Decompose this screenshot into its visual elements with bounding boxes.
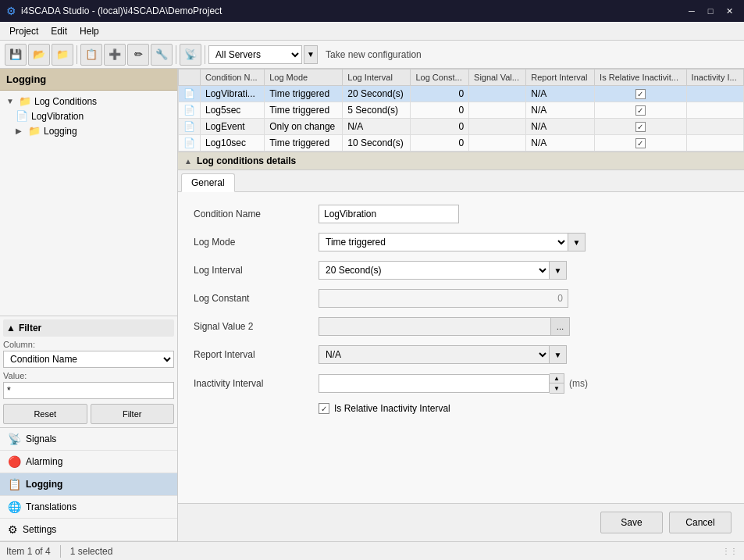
save-button[interactable]: Save <box>600 512 663 533</box>
report-interval-select[interactable]: N/A <box>319 345 550 364</box>
app-title: i4SCADA Studio - (local)\i4SCADA\DemoPro… <box>21 5 222 16</box>
toolbar-separator-3 <box>205 45 205 64</box>
filter-value-input[interactable]: * <box>3 382 174 399</box>
table-container: Condition N... Log Mode Log Interval Log… <box>178 69 744 152</box>
server-select[interactable]: All Servers <box>208 45 302 64</box>
server-dropdown-btn[interactable]: ▼ <box>304 45 318 64</box>
form-row-log-mode: Log Mode Time triggered Only on change C… <box>194 233 728 251</box>
tree-item-logging[interactable]: ▶ 📁 Logging <box>3 123 174 138</box>
col-header-inactivity[interactable]: Inactivity I... <box>686 70 743 86</box>
col-header-log-const[interactable]: Log Const... <box>411 70 469 86</box>
nav-item-translations[interactable]: 🌐 Translations <box>0 496 177 519</box>
cell-log-interval: N/A <box>343 119 411 135</box>
menu-project[interactable]: Project <box>3 24 44 38</box>
condition-name-input[interactable] <box>319 205 459 223</box>
menu-help[interactable]: Help <box>73 24 105 38</box>
table-header-row: Condition N... Log Mode Log Interval Log… <box>179 70 744 86</box>
col-header-report-interval[interactable]: Report Interval <box>526 70 595 86</box>
col-header-log-interval[interactable]: Log Interval <box>343 70 411 86</box>
signal-value-label: Signal Value 2 <box>194 321 319 332</box>
status-selected-count: 1 selected <box>70 546 113 557</box>
filter-column-row: Column: Condition Name <box>3 340 174 368</box>
translations-icon: 🌐 <box>8 501 21 513</box>
row-doc-icon: 📄 <box>183 88 195 99</box>
config-label: Take new configuration <box>319 49 428 60</box>
toolbar-btn-3[interactable]: 📁 <box>52 44 73 66</box>
filter-value-row: Value: * <box>3 371 174 399</box>
row-doc-icon: 📄 <box>183 121 195 132</box>
nav-item-settings[interactable]: ⚙ Settings <box>0 519 177 541</box>
col-header-condition-name[interactable]: Condition N... <box>201 70 265 86</box>
form-body: Condition Name Log Mode Time triggered O… <box>178 192 744 436</box>
col-header-log-mode[interactable]: Log Mode <box>265 70 343 86</box>
col-header-signal-val[interactable]: Signal Val... <box>469 70 526 86</box>
is-relative-checkbox[interactable] <box>319 403 329 414</box>
log-interval-dropdown-btn[interactable]: ▼ <box>550 261 567 280</box>
row-doc-icon: 📄 <box>183 105 195 116</box>
table-row[interactable]: 📄 Log10sec Time triggered 10 Second(s) 0… <box>179 135 744 152</box>
details-collapse-icon[interactable]: ▲ <box>184 157 192 166</box>
sidebar-header: Logging <box>0 69 177 91</box>
nav-item-signals[interactable]: 📡 Signals <box>0 428 177 451</box>
details-panel: ▲ Log conditions details General Conditi… <box>178 152 744 503</box>
nav-item-alarming[interactable]: 🔴 Alarming <box>0 451 177 473</box>
log-interval-control: 20 Second(s) 5 Second(s) 10 Second(s) ▼ <box>319 261 728 280</box>
report-interval-label: Report Interval <box>194 349 319 360</box>
signal-value-input[interactable] <box>319 317 551 336</box>
log-interval-select[interactable]: 20 Second(s) 5 Second(s) 10 Second(s) <box>319 261 550 280</box>
tree-item-sub[interactable]: 📄 LogVibration <box>3 109 174 123</box>
close-button[interactable]: ✕ <box>721 4 738 18</box>
inactivity-interval-input[interactable] <box>319 374 550 393</box>
cell-signal-val <box>469 86 526 102</box>
table-row[interactable]: 📄 LogEvent Only on change N/A 0 N/A <box>179 119 744 135</box>
relative-checkbox-cell <box>635 105 646 116</box>
toolbar-btn-6[interactable]: ✏ <box>127 44 149 66</box>
filter-header[interactable]: ▲ Filter <box>3 319 174 337</box>
log-constant-input[interactable] <box>319 289 568 308</box>
minimize-button[interactable]: ─ <box>683 4 700 18</box>
cell-icon: 📄 <box>179 86 201 102</box>
details-footer: Save Cancel <box>178 503 744 541</box>
relative-checkbox-cell <box>635 122 646 132</box>
form-row-condition-name: Condition Name <box>194 205 728 223</box>
table-row[interactable]: 📄 Log5sec Time triggered 5 Second(s) 0 N… <box>179 102 744 119</box>
content-area: Condition N... Log Mode Log Interval Log… <box>178 69 744 541</box>
reset-button[interactable]: Reset <box>3 404 87 424</box>
form-row-is-relative: Is Relative Inactivity Interval <box>194 403 728 414</box>
tab-general[interactable]: General <box>181 173 235 192</box>
log-interval-label: Log Interval <box>194 265 319 276</box>
inactivity-up-btn[interactable]: ▲ <box>550 374 564 383</box>
filter-column-select[interactable]: Condition Name <box>3 351 174 368</box>
cell-log-mode: Time triggered <box>265 102 343 119</box>
col-header-is-relative[interactable]: Is Relative Inactivit... <box>595 70 687 86</box>
filter-button[interactable]: Filter <box>91 404 175 424</box>
cell-is-relative <box>595 119 687 135</box>
report-interval-dropdown-btn[interactable]: ▼ <box>550 345 567 364</box>
cell-icon: 📄 <box>179 119 201 135</box>
inactivity-down-btn[interactable]: ▼ <box>550 383 564 393</box>
cell-report-interval: N/A <box>526 102 595 119</box>
log-mode-select[interactable]: Time triggered Only on change Cyclic <box>319 233 568 251</box>
log-mode-dropdown-btn[interactable]: ▼ <box>568 233 586 251</box>
cell-is-relative <box>595 86 687 102</box>
table-row[interactable]: 📄 LogVibrati... Time triggered 20 Second… <box>179 86 744 102</box>
menu-edit[interactable]: Edit <box>44 24 73 38</box>
cell-is-relative <box>595 102 687 119</box>
maximize-button[interactable]: □ <box>702 4 719 18</box>
toolbar-btn-2[interactable]: 📂 <box>28 44 50 66</box>
cancel-button[interactable]: Cancel <box>669 512 732 533</box>
cell-icon: 📄 <box>179 102 201 119</box>
toolbar-btn-7[interactable]: 🔧 <box>151 44 173 66</box>
nav-label-alarming: Alarming <box>26 456 62 467</box>
toolbar-btn-5[interactable]: ➕ <box>104 44 126 66</box>
details-header: ▲ Log conditions details <box>178 152 744 170</box>
toolbar-btn-4[interactable]: 📋 <box>80 44 102 66</box>
signal-value-browse-btn[interactable]: … <box>551 317 570 336</box>
file-icon: 📄 <box>16 110 28 122</box>
tree-item-log-conditions[interactable]: ▼ 📁 Log Conditions <box>3 94 174 109</box>
nav-item-logging[interactable]: 📋 Logging <box>0 473 177 496</box>
nav-items: 📡 Signals 🔴 Alarming 📋 Logging 🌐 Transla… <box>0 427 177 541</box>
toolbar-btn-1[interactable]: 💾 <box>5 44 27 66</box>
toolbar-btn-8[interactable]: 📡 <box>180 44 201 66</box>
cell-log-mode: Time triggered <box>265 86 343 102</box>
